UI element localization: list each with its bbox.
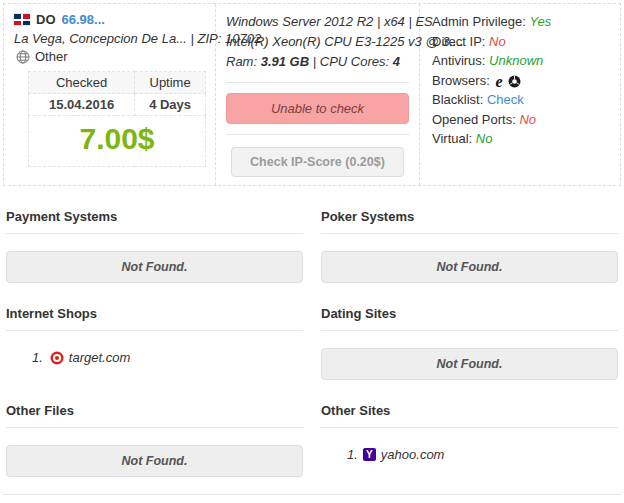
section-payment-systems: Payment Systems Not Found. [6, 209, 303, 283]
section-title: Other Files [6, 403, 303, 428]
category-line: Other [14, 49, 205, 64]
not-found-box: Not Found. [6, 445, 303, 477]
section-other-sites: Other Sites 1. Y yahoo.com [321, 403, 618, 477]
section-other-files: Other Files Not Found. [6, 403, 303, 477]
yahoo-y-icon: Y [363, 448, 376, 461]
attr-virtual: Virtual: No [432, 129, 610, 149]
ram-label: Ram: [226, 54, 257, 69]
checked-uptime-table: Checked Uptime 15.04.2016 4 Days 7.00$ [28, 71, 206, 167]
attr-label: Antivirus: [432, 53, 485, 68]
server-specs-column: Windows Server 2012 R2 | x64 | ES Intel(… [216, 4, 420, 185]
not-found-box: Not Found. [6, 251, 303, 283]
uptime-value: 4 Days [135, 94, 206, 116]
item-domain: target.com [69, 350, 130, 365]
attr-value: Unknown [489, 53, 543, 68]
ram-cores-line: Ram: 3.91 GB | CPU Cores: 4 [226, 52, 409, 72]
uptime-column-header: Uptime [135, 72, 206, 94]
attr-label: Opened Ports: [432, 112, 516, 127]
checked-column-header: Checked [29, 72, 135, 94]
section-title: Poker Systems [321, 209, 618, 234]
attr-label: Browsers: [432, 73, 490, 88]
attr-value: No [489, 34, 506, 49]
attr-admin-privilege: Admin Privilege: Yes [432, 12, 610, 32]
attr-value: Yes [530, 14, 552, 29]
cpu-cores-value: 4 [393, 54, 400, 69]
attr-blacklist: Blacklist: Check [432, 90, 610, 110]
attr-opened-ports: Opened Ports: No [432, 110, 610, 130]
server-summary-card: DO 66.98... La Vega, Concepcion De La...… [3, 3, 621, 186]
unable-to-check-status: Unable to check [226, 93, 409, 124]
globe-icon [16, 50, 30, 64]
category-label: Other [35, 49, 68, 64]
attr-direct-ip: Direct IP: No [432, 32, 610, 52]
attr-browsers: Browsers: e [432, 71, 610, 91]
category-sections-grid: Payment Systems Not Found. Poker Systems… [3, 186, 621, 477]
attr-value: No [519, 112, 536, 127]
section-dating-sites: Dating Sites Not Found. [321, 306, 618, 380]
divider [226, 134, 409, 135]
country-code: DO [36, 12, 56, 27]
section-title: Internet Shops [6, 306, 303, 331]
country-ip-line: DO 66.98... [14, 12, 205, 27]
cpu-cores-label: CPU Cores: [320, 54, 389, 69]
item-index: 1. [347, 447, 358, 462]
location-line: La Vega, Concepcion De La... | ZIP: 1070… [14, 31, 205, 46]
price-value: 7.00$ [29, 116, 206, 167]
list-item-target: 1. target.com [6, 350, 303, 365]
ip-score-row: Check IP-Score (0.20$) [226, 147, 409, 177]
section-internet-shops: Internet Shops 1. target.com [6, 306, 303, 380]
internet-explorer-icon: e [495, 75, 502, 88]
location-text: La Vega, Concepcion De La... | ZIP: [14, 31, 221, 46]
item-index: 1. [32, 350, 43, 365]
blacklist-check-link[interactable]: Check [487, 92, 524, 107]
attr-label: Admin Privilege: [432, 14, 526, 29]
chrome-icon [508, 75, 521, 88]
server-identity-column: DO 66.98... La Vega, Concepcion De La...… [4, 4, 216, 185]
dominican-republic-flag-icon [14, 14, 30, 25]
attr-antivirus: Antivirus: Unknown [432, 51, 610, 71]
section-poker-systems: Poker Systems Not Found. [321, 209, 618, 283]
ip-address-link[interactable]: 66.98... [62, 12, 105, 27]
footer-action-bar: Cancel Check for Blacklist Buy [3, 494, 621, 503]
spec-separator: | [313, 54, 316, 69]
server-details-page: DO 66.98... La Vega, Concepcion De La...… [0, 0, 624, 503]
checked-date-value: 15.04.2016 [29, 94, 135, 116]
section-title: Dating Sites [321, 306, 618, 331]
check-ip-score-button[interactable]: Check IP-Score (0.20$) [231, 147, 404, 177]
not-found-box: Not Found. [321, 251, 618, 283]
os-line: Windows Server 2012 R2 | x64 | ES [226, 12, 409, 32]
divider [226, 82, 409, 83]
attr-label: Blacklist: [432, 92, 483, 107]
target-bullseye-icon [50, 351, 64, 365]
attr-value: No [476, 131, 493, 146]
attr-label: Virtual: [432, 131, 472, 146]
list-item-yahoo: 1. Y yahoo.com [321, 447, 618, 462]
not-found-box: Not Found. [321, 348, 618, 380]
section-title: Other Sites [321, 403, 618, 428]
ram-value: 3.91 GB [261, 54, 309, 69]
cpu-line: Intel(R) Xeon(R) CPU E3-1225 v3 @ 3.... [226, 32, 409, 52]
server-attributes-column: Admin Privilege: Yes Direct IP: No Antiv… [420, 4, 620, 185]
section-title: Payment Systems [6, 209, 303, 234]
attr-label: Direct IP: [432, 34, 485, 49]
item-domain: yahoo.com [381, 447, 445, 462]
